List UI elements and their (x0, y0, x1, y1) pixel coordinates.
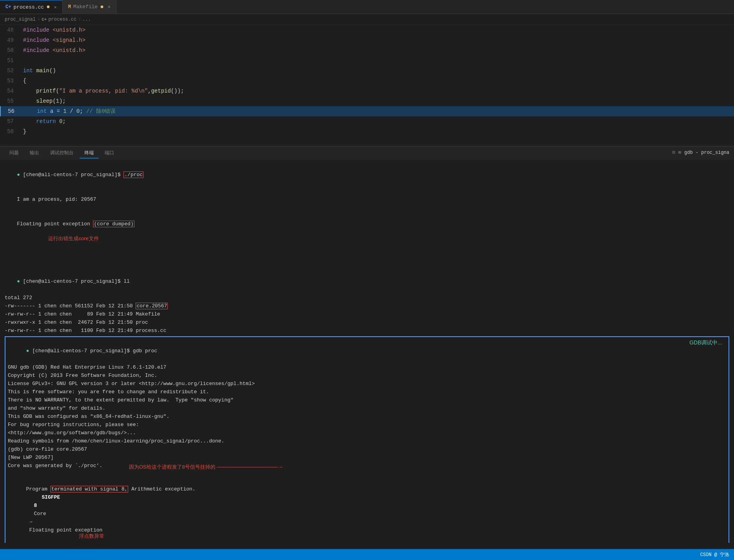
core-label: Core (34, 511, 46, 517)
editor-area: 48 #include <unistd.h> 49 #include <sign… (0, 25, 734, 146)
code-line-55: 55 sleep(1); (0, 96, 734, 106)
code-content-49: #include <signal.h> (21, 35, 734, 45)
tab-bar: C+ process.cc ● ✕ M Makefile ● ✕ (0, 0, 734, 14)
term-text-2: I am a process, pid: 20567 (17, 196, 96, 202)
gdb-line-6: There is NO WARRANTY, to the extent perm… (8, 396, 726, 404)
term-text-1: [chen@ali-centos-7 proc_signal]$ ./proc (20, 171, 143, 178)
panel-tab-problems[interactable]: 问题 (5, 148, 23, 159)
line-num-58: 58 (0, 127, 21, 137)
term-line-1: ● [chen@ali-centos-7 proc_signal]$ ./pro… (5, 162, 729, 187)
gdb-debug-label: GDB调试中... (689, 339, 722, 346)
tab-close-makefile[interactable]: ✕ (108, 4, 111, 10)
gdb-line-4: License GPLv3+: GNU GPL version 3 or lat… (8, 380, 726, 388)
code-line-48: 48 #include <unistd.h> (0, 25, 734, 35)
cpp-icon: C+ (5, 4, 11, 10)
term-line-6: -rw------- 1 chen chen 561152 Feb 12 21:… (5, 302, 729, 310)
panel-tab-debug[interactable]: 调试控制台 (45, 148, 78, 159)
code-content-56: int a = 1 / 0; // 除0错误 (22, 106, 734, 116)
tab-modified-dot: ● (46, 4, 50, 11)
sig-num: 8 (34, 503, 37, 508)
gdb-line-2: GNU gdb (GDB) Red Hat Enterprise Linux 7… (8, 363, 726, 371)
code-content-52: int main() (21, 66, 734, 76)
line-num-55: 55 (0, 96, 21, 106)
code-content-51 (21, 55, 734, 66)
term-line-2: I am a process, pid: 20567 (5, 187, 729, 212)
breadcrumb-part2: process.cc (48, 17, 77, 22)
sigfpe-label: SIGFPE (42, 494, 60, 500)
breadcrumb-sep2: › (78, 17, 81, 22)
term-line-9: -rw-rw-r-- 1 chen chen 1100 Feb 12 21:49… (5, 326, 729, 335)
code-line-56: 56 int a = 1 / 0; // 除0错误 (0, 106, 734, 116)
term-text-4: [chen@ali-centos-7 proc_signal]$ ll (20, 278, 130, 284)
code-line-52: 52 int main() (0, 66, 734, 76)
code-content-48: #include <unistd.h> (21, 25, 734, 35)
gdb-line-10: <http://www.gnu.org/software/gdb/bugs/>.… (8, 429, 726, 437)
annotation-float: 浮点数异常 (79, 532, 104, 540)
code-line-57: 57 return 0; (0, 116, 734, 127)
gdb-line-14: Core was generated by `./proc'. (8, 462, 726, 470)
code-content-53: { (21, 76, 734, 86)
line-num-56: 56 (1, 106, 22, 116)
gdb-line-3: Copyright (C) 2013 Free Software Foundat… (8, 371, 726, 380)
line-num-50: 50 (0, 45, 21, 55)
line-num-51: 51 (0, 55, 21, 66)
code-line-51: 51 (0, 55, 734, 66)
breadcrumb: proc_signal › C+ process.cc › ... (0, 14, 734, 25)
tab-process-cc[interactable]: C+ process.cc ● ✕ (0, 0, 63, 14)
tab-makefile[interactable]: M Makefile ● ✕ (63, 0, 116, 14)
code-line-58: 58 } (0, 127, 734, 137)
panel-right-label: gdb - proc_signa (684, 150, 729, 155)
code-line-49: 49 #include <signal.h> (0, 35, 734, 45)
tab-label-makefile: Makefile (73, 4, 97, 10)
panel-split-icon[interactable]: ⊡ (672, 150, 675, 155)
gdb-line-9: For bug reporting instructions, please s… (8, 421, 726, 429)
code-content-50: #include <unistd.h> (21, 45, 734, 55)
code-content-55: sleep(1); (21, 96, 734, 106)
gdb-line-15: Program terminated with signal 8, Arithm… (8, 477, 726, 543)
code-content-58: } (21, 127, 734, 137)
panel-tab-terminal[interactable]: 终端 (80, 148, 98, 159)
panel-new-terminal-icon[interactable]: ⊞ (679, 150, 681, 155)
gdb-line-1: ● [chen@ali-centos-7 proc_signal]$ gdb p… (8, 339, 726, 363)
code-line-54: 54 printf("I am a process, pid: %d\n",ge… (0, 86, 734, 96)
breadcrumb-sep1: › (37, 17, 40, 22)
status-bar: CSDN @ 宁洛 (0, 549, 734, 560)
line-num-57: 57 (0, 116, 21, 127)
breadcrumb-cpp-icon: C+ (41, 17, 47, 22)
arrow-right: → (29, 519, 32, 525)
breadcrumb-part1: proc_signal (5, 17, 36, 22)
code-content-57: return 0; (21, 116, 734, 127)
code-line-50: 50 #include <unistd.h> (0, 45, 734, 55)
code-content-54: printf("I am a process, pid: %d\n",getpi… (21, 86, 734, 96)
term-line-5: total 272 (5, 294, 729, 302)
term-line-4: ● [chen@ali-centos-7 proc_signal]$ ll (5, 269, 729, 294)
annotation-signal-cause: 因为OS给这个进程发了8号信号挂掉的 ─────────────────→ (129, 464, 283, 471)
tab-close-process-cc[interactable]: ✕ (54, 4, 57, 10)
term-line-3: Floating point exception (core dumped) 运… (5, 212, 729, 269)
tab-label-process-cc: process.cc (13, 4, 44, 10)
gdb-line-12: (gdb) core-file core.20567 (8, 445, 726, 453)
term-text-3: Floating point exception (core dumped) (17, 221, 134, 227)
breadcrumb-part3: ... (82, 17, 91, 22)
status-bar-text: CSDN @ 宁洛 (700, 551, 729, 558)
term-line-8: -rwxrwxr-x 1 chen chen 24672 Feb 12 21:5… (5, 318, 729, 326)
gdb-section: GDB调试中... ● [chen@ali-centos-7 proc_sign… (5, 336, 729, 543)
gdb-line-7: and "show warranty" for details. (8, 404, 726, 412)
gdb-line-5: This is free software: you are free to c… (8, 388, 726, 396)
prompt-2: ● (17, 278, 20, 284)
terminal-area[interactable]: ● [chen@ali-centos-7 proc_signal]$ ./pro… (0, 160, 734, 543)
annotation-run-error: 运行出错生成core文件 (48, 234, 98, 243)
panel-tab-ports[interactable]: 端口 (100, 148, 119, 159)
panel-tab-output[interactable]: 输出 (25, 148, 44, 159)
make-icon: M (68, 4, 71, 10)
line-num-53: 53 (0, 76, 21, 86)
code-line-53: 53 { (0, 76, 734, 86)
term-line-7: -rw-rw-r-- 1 chen chen 89 Feb 12 21:49 M… (5, 310, 729, 318)
prompt-1: ● (17, 172, 20, 178)
line-num-54: 54 (0, 86, 21, 96)
line-num-48: 48 (0, 25, 21, 35)
line-num-49: 49 (0, 35, 21, 45)
gdb-line-8: This GDB was configured as "x86_64-redha… (8, 412, 726, 421)
panel-tabs: 问题 输出 调试控制台 终端 端口 ⊡ ⊞ gdb - proc_signa (0, 146, 734, 160)
gdb-line-13: [New LWP 20567] (8, 453, 726, 462)
